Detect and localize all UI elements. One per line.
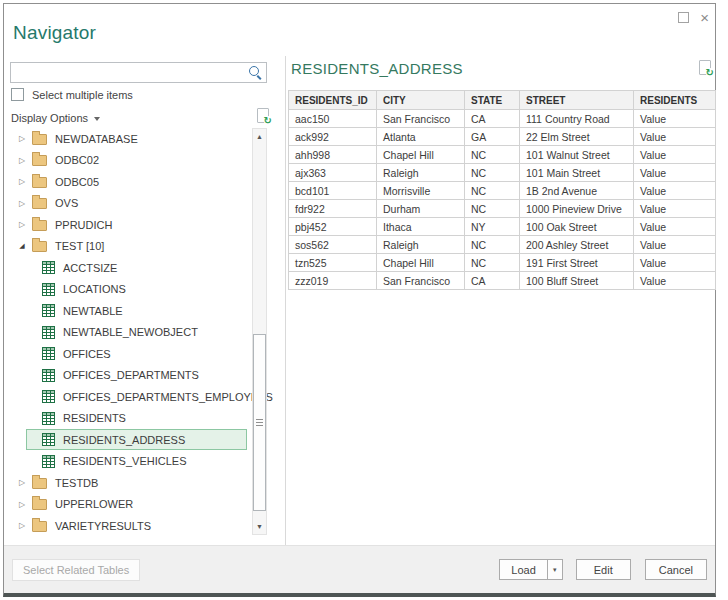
tree-item-residents-address[interactable]: RESIDENTS_ADDRESS [4, 429, 252, 451]
preview-pane: RESIDENTS_ADDRESS ↻ RESIDENTS_IDCITYSTAT… [286, 4, 717, 545]
tree-item-label: NEWTABLE [63, 305, 123, 317]
table-row: zzz019San FranciscoCA100 Bluff StreetVal… [289, 272, 716, 290]
tree-item-body: NEWTABLE [26, 300, 247, 321]
table-cell: Value [634, 182, 716, 200]
table-cell: GA [465, 128, 520, 146]
expand-arrow-icon[interactable]: ▷ [16, 156, 28, 165]
tree-item-label: LOCATIONS [63, 283, 126, 295]
table-icon [42, 261, 55, 274]
table-icon [42, 326, 55, 339]
table-row: fdr922DurhamNC1000 Pineview DriveValue [289, 200, 716, 218]
expand-arrow-icon[interactable]: ▷ [16, 199, 28, 208]
select-multiple-checkbox[interactable] [11, 88, 24, 101]
table-row: tzn525Chapel HillNC191 First StreetValue [289, 254, 716, 272]
folder-icon [32, 134, 47, 145]
tree-item-label: TEST [10] [55, 240, 104, 252]
tree-item-label: ODBC05 [55, 176, 99, 188]
table-icon [42, 455, 55, 468]
column-header-residents_id: RESIDENTS_ID [289, 91, 377, 110]
table-cell: aac150 [289, 110, 377, 128]
tree-item-acctsize[interactable]: ACCTSIZE [4, 257, 252, 279]
load-dropdown-icon[interactable]: ▾ [547, 559, 563, 580]
table-cell: 101 Walnut Street [520, 146, 634, 164]
search-input[interactable] [11, 63, 266, 82]
tree-item-residents[interactable]: RESIDENTS [4, 408, 252, 430]
tree-item-body: OVS [28, 193, 247, 214]
tree-item-offices-departments[interactable]: OFFICES_DEPARTMENTS [4, 365, 252, 387]
table-cell: Raleigh [377, 164, 465, 182]
tree-item-locations[interactable]: LOCATIONS [4, 279, 252, 301]
tree-item-offices[interactable]: OFFICES [4, 343, 252, 365]
tree-item-body: OFFICES_DEPARTMENTS [26, 365, 247, 386]
expand-arrow-icon[interactable]: ▷ [16, 220, 28, 229]
tree-item-residents-vehicles[interactable]: RESIDENTS_VEHICLES [4, 451, 252, 473]
table-cell: 100 Oak Street [520, 218, 634, 236]
folder-icon [32, 177, 47, 188]
table-cell: tzn525 [289, 254, 377, 272]
tree-item-upperlower[interactable]: ▷UPPERLOWER [4, 494, 252, 516]
column-header-city: CITY [377, 91, 465, 110]
tree-item-varietyresults[interactable]: ▷VARIETYRESULTS [4, 515, 252, 537]
table-cell: Value [634, 146, 716, 164]
search-box [10, 62, 267, 83]
tree-item-testdb[interactable]: ▷TESTDB [4, 472, 252, 494]
scroll-up-icon[interactable]: ▲ [253, 129, 266, 144]
expand-arrow-icon[interactable]: ▷ [16, 134, 28, 143]
column-header-street: STREET [520, 91, 634, 110]
table-cell: NC [465, 254, 520, 272]
table-icon [42, 369, 55, 382]
expand-arrow-icon[interactable]: ▷ [16, 177, 28, 186]
tree-item-newtable-newobject[interactable]: NEWTABLE_NEWOBJECT [4, 322, 252, 344]
cancel-button[interactable]: Cancel [645, 559, 707, 580]
tree-item-pprudich[interactable]: ▷PPRUDICH [4, 214, 252, 236]
table-cell: fdr922 [289, 200, 377, 218]
edit-button[interactable]: Edit [576, 559, 631, 580]
scroll-down-icon[interactable]: ▼ [253, 519, 266, 534]
tree-item-newtable[interactable]: NEWTABLE [4, 300, 252, 322]
tree-item-body: ODBC05 [28, 171, 247, 192]
tree-item-offices-departments-employees[interactable]: OFFICES_DEPARTMENTS_EMPLOYEES [4, 386, 252, 408]
tree-item-label: OFFICES [63, 348, 111, 360]
table-cell: ack992 [289, 128, 377, 146]
tree-item-body: RESIDENTS [26, 408, 247, 429]
display-options-button[interactable]: Display Options [11, 112, 100, 124]
refresh-preview-icon[interactable]: ↻ [699, 60, 711, 75]
table-icon [42, 390, 55, 403]
expand-arrow-icon[interactable]: ▷ [16, 521, 28, 530]
folder-icon [32, 521, 47, 532]
search-icon[interactable] [248, 65, 263, 80]
tree-item-odbc05[interactable]: ▷ODBC05 [4, 171, 252, 193]
table-row: ack992AtlantaGA22 Elm StreetValue [289, 128, 716, 146]
table-cell: 191 First Street [520, 254, 634, 272]
table-cell: NC [465, 182, 520, 200]
tree-item-body: VARIETYRESULTS [28, 515, 247, 536]
table-row: sos562RaleighNC200 Ashley StreetValue [289, 236, 716, 254]
navigator-left-pane: Select multiple items Display Options ↻ … [4, 4, 285, 545]
expand-arrow-icon[interactable]: ▷ [16, 500, 28, 509]
tree-item-body: OFFICES [26, 343, 247, 364]
table-cell: Chapel Hill [377, 146, 465, 164]
tree-item-body: ODBC02 [28, 150, 247, 171]
expand-arrow-icon[interactable]: ▷ [16, 478, 28, 487]
tree-item-label: RESIDENTS_VEHICLES [63, 455, 186, 467]
load-button[interactable]: Load [499, 559, 547, 580]
tree-item-odbc02[interactable]: ▷ODBC02 [4, 150, 252, 172]
footer-buttons: Load ▾ Edit Cancel [499, 559, 707, 580]
tree-item-newdatabase[interactable]: ▷NEWDATABASE [4, 128, 252, 150]
select-related-tables-button[interactable]: Select Related Tables [12, 559, 140, 581]
table-cell: 101 Main Street [520, 164, 634, 182]
table-icon [42, 347, 55, 360]
tree-item-body: OFFICES_DEPARTMENTS_EMPLOYEES [26, 386, 274, 407]
folder-icon [32, 198, 47, 209]
collapse-arrow-icon[interactable]: ◢ [16, 242, 28, 250]
tree-item-ovs[interactable]: ▷OVS [4, 193, 252, 215]
tree-item-test-10[interactable]: ◢TEST [10] [4, 236, 252, 258]
display-options-label: Display Options [11, 112, 88, 124]
dialog-footer: Select Related Tables Load ▾ Edit Cancel [4, 545, 715, 593]
table-row: ajx363RaleighNC101 Main StreetValue [289, 164, 716, 182]
refresh-tree-icon[interactable]: ↻ [257, 108, 269, 123]
preview-title: RESIDENTS_ADDRESS [291, 60, 463, 77]
table-cell: Value [634, 128, 716, 146]
scrollbar-thumb[interactable] [253, 334, 266, 511]
tree-scrollbar[interactable]: ▲ ▼ [252, 128, 267, 535]
